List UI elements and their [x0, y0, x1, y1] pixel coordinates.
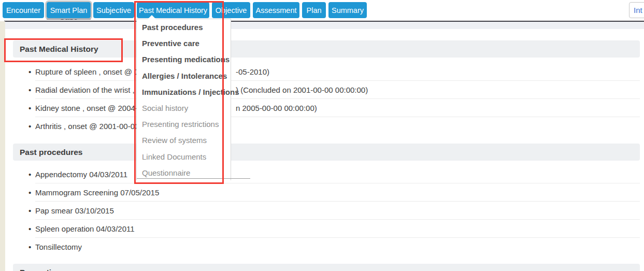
- list-item-text: Pap smear 03/10/2015: [35, 206, 114, 215]
- toolbar-button-encounter[interactable]: Encounter: [3, 2, 44, 18]
- list-item-text-continued: -05-2010): [236, 63, 269, 81]
- list-item-text: Tonsillectomy: [35, 243, 82, 251]
- clipped-header-text: Case: [47, 19, 91, 21]
- list-item: Arthritis , onset @ 2001-00-00: [35, 117, 640, 135]
- list-item: Tonsillectomy: [35, 238, 640, 256]
- toolbar-button-smart-plan[interactable]: Smart Plan: [47, 2, 91, 18]
- toolbar-button-assessment[interactable]: Assessment: [253, 2, 299, 18]
- list-item-text: Rupture of spleen , onset @ 0: [35, 67, 139, 76]
- section-header-past-procedures: Past procedures: [13, 144, 640, 161]
- list-item-text: Appendectomy 04/03/2011: [35, 170, 127, 179]
- section-header-past-medical-history: Past Medical History: [13, 40, 640, 58]
- dropdown-bottom-divider: [137, 178, 250, 179]
- list-item-text: Spleen operation 04/03/2011: [35, 224, 135, 233]
- menu-item-presenting-restrictions[interactable]: Presenting restrictions: [137, 116, 231, 132]
- menu-item-review-of-systems[interactable]: Review of systems: [137, 132, 231, 148]
- list-item: Kidney stone , onset @ 2004-n 2005-00-00…: [35, 99, 640, 117]
- list-item: Rupture of spleen , onset @ 0-05-2010): [35, 63, 640, 81]
- left-margin-strip: [0, 21, 5, 271]
- list-item: Pap smear 03/10/2015: [35, 202, 640, 220]
- menu-item-allergies-intolerances[interactable]: Allergies / Intolerances: [137, 68, 231, 84]
- past-medical-history-dropdown: Past proceduresPreventive carePresenting…: [136, 19, 231, 180]
- menu-item-presenting-medications[interactable]: Presenting medications: [137, 51, 231, 67]
- menu-item-social-history[interactable]: Social history: [137, 100, 231, 116]
- toolbar-buttons: EncounterSmart PlanSubjectivePast Medica…: [3, 2, 367, 18]
- toolbar-button-int-partial[interactable]: Int: [629, 2, 644, 18]
- menu-item-preventive-care[interactable]: Preventive care: [137, 35, 231, 51]
- toolbar-button-plan[interactable]: Plan: [302, 2, 326, 18]
- subtoolbar-band: [4, 22, 644, 29]
- list-item: Spleen operation 04/03/2011: [35, 220, 640, 238]
- past-procedures-list: Appendectomy 04/03/2011Mammogram Screeni…: [35, 165, 640, 256]
- menu-item-linked-documents[interactable]: Linked Documents: [137, 149, 231, 165]
- list-item: Appendectomy 04/03/2011: [35, 165, 640, 183]
- menu-item-immunizations-injections[interactable]: Immunizations / Injections: [137, 84, 231, 100]
- list-item-text: Arthritis , onset @ 2001-00-00: [35, 122, 139, 131]
- list-item-text: Radial deviation of the wrist ,: [35, 85, 135, 94]
- list-item-text-continued: n 2005-00-00 00:00:00): [236, 99, 317, 117]
- toolbar-button-subjective[interactable]: Subjective: [93, 2, 134, 18]
- toolbar: EncounterSmart PlanSubjectivePast Medica…: [0, 0, 644, 21]
- list-item-text: Mammogram Screening 07/05/2015: [35, 188, 159, 197]
- list-item: Radial deviation of the wrist ,) (Conclu…: [35, 81, 640, 99]
- dropdown-caret: [147, 15, 156, 20]
- toolbar-button-objective[interactable]: Objective: [212, 2, 250, 18]
- section-header-preventive-care: Preventive care: [13, 264, 640, 271]
- list-item-text: Kidney stone , onset @ 2004-: [35, 104, 138, 112]
- toolbar-button-summary[interactable]: Summary: [328, 2, 367, 18]
- list-item-text-continued: ) (Concluded on 2001-00-00 00:00:00): [236, 81, 368, 99]
- list-item: Mammogram Screening 07/05/2015: [35, 183, 640, 202]
- menu-item-past-procedures[interactable]: Past procedures: [137, 19, 231, 35]
- past-medical-history-list: Rupture of spleen , onset @ 0-05-2010)Ra…: [35, 63, 640, 135]
